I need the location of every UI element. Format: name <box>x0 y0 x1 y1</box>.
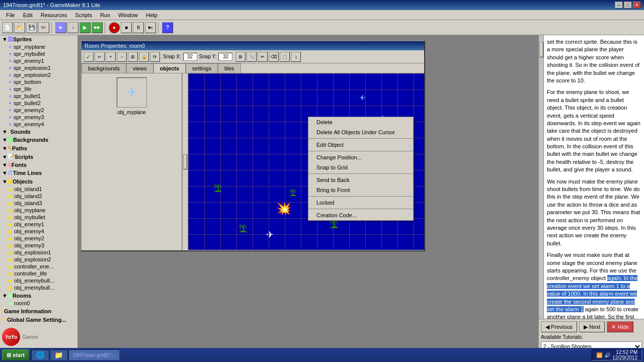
menu-window[interactable]: Window <box>114 11 142 19</box>
tree-spr-enemy4[interactable]: ✦spr_enemy4 <box>0 121 77 128</box>
stop-button[interactable]: ■ <box>121 22 132 33</box>
tree-spr-bullet2[interactable]: ✦spr_bullet2 <box>0 100 77 107</box>
minimize-button[interactable]: ─ <box>615 2 623 9</box>
save-button[interactable]: 💾 <box>26 22 37 33</box>
maximize-button[interactable]: □ <box>624 2 632 9</box>
ctx-snap-to-grid[interactable]: Snap to Grid <box>308 162 413 172</box>
tree-spr-enemy2[interactable]: ✦spr_enemy2 <box>0 107 77 114</box>
tree-obj-enemy3[interactable]: ◉obj_enemy3 <box>0 242 77 249</box>
room-scroll-thumb[interactable] <box>183 154 187 169</box>
tree-obj-island3[interactable]: ◉obj_island3 <box>0 200 77 207</box>
record-button[interactable]: ● <box>109 22 120 33</box>
room-select-button[interactable]: ⬚ <box>280 52 290 62</box>
start-button[interactable]: ⊞ start <box>2 349 29 360</box>
tree-fonts-category[interactable]: ▼ A Fonts <box>0 161 77 169</box>
room-ok-button[interactable]: ✓ <box>84 52 94 62</box>
tree-spr-myplane[interactable]: ✦spr_myplane <box>0 43 77 50</box>
tree-obj-mybullet[interactable]: ◉obj_mybullet <box>0 214 77 221</box>
room-zoom-button[interactable]: 🔍 <box>247 52 257 62</box>
tree-room0[interactable]: ▣room0 <box>0 300 77 307</box>
tree-obj-island2[interactable]: ◉obj_island2 <box>0 193 77 200</box>
menu-help[interactable]: Help <box>142 11 162 19</box>
tree-obj-enemy4[interactable]: ◉obj_enemy4 <box>0 228 77 235</box>
open-button[interactable]: 📂 <box>14 22 25 33</box>
tree-spr-explosion2[interactable]: ✦spr_explosion2 <box>0 71 77 78</box>
tree-controller-life[interactable]: ◉controller_life <box>0 270 77 277</box>
tree-obj-explosion2[interactable]: ◉obj_explosion2 <box>0 256 77 263</box>
tree-spr-enemy3[interactable]: ✦spr_enemy3 <box>0 114 77 121</box>
tutorial-scroll-thumb[interactable] <box>539 42 543 57</box>
tree-obj-enemy1[interactable]: ◉obj_enemy1 <box>0 221 77 228</box>
tree-objects-category[interactable]: ▼ ◉ Objects <box>0 177 77 186</box>
tree-obj-myplane[interactable]: ◉obj_myplane <box>0 207 77 214</box>
tree-rooms-category[interactable]: ▼ ▣ Rooms <box>0 291 77 300</box>
room-eraser-button[interactable]: ⌫ <box>269 52 279 62</box>
next-button[interactable]: ▶ Next <box>579 321 605 332</box>
room-add-button[interactable]: + <box>106 52 116 62</box>
tab-views[interactable]: views <box>126 63 153 73</box>
menu-resources[interactable]: Resources <box>37 11 71 19</box>
ctx-creation-code[interactable]: Creation Code... <box>308 210 413 220</box>
room-undo-button[interactable]: ↩ <box>95 52 105 62</box>
snap-x-input[interactable] <box>183 53 197 61</box>
add-sound-button[interactable]: ♪ <box>67 22 78 33</box>
snap-y-input[interactable] <box>218 53 232 61</box>
room-nav-button[interactable]: → <box>117 52 127 62</box>
tree-spr-bullet1[interactable]: ✦spr_bullet1 <box>0 93 77 100</box>
tab-objects[interactable]: objects <box>153 63 186 73</box>
pause-button[interactable]: ⏸ <box>133 22 144 33</box>
hide-button[interactable]: ✕ Hide <box>607 321 633 332</box>
tab-settings[interactable]: settings <box>186 63 218 73</box>
ctx-edit-object[interactable]: Edit Object <box>308 140 413 150</box>
tree-obj-island1[interactable]: ◉obj_island1 <box>0 186 77 193</box>
tree-obj-enemybull2[interactable]: ◉obj_enemybull... <box>0 284 77 291</box>
tutorial-vscroll[interactable] <box>539 35 544 319</box>
ctx-delete[interactable]: Delete <box>308 117 413 127</box>
tree-obj-enemy2[interactable]: ◉obj_enemy2 <box>0 235 77 242</box>
tree-global-settings[interactable]: ⚙ Global Game Setting... <box>0 315 77 324</box>
tree-scripts-category[interactable]: ▼ 📝 Scripts <box>0 152 77 161</box>
ctx-change-position[interactable]: Change Position... <box>308 152 413 162</box>
taskbar-browser[interactable]: 🌐 <box>31 349 49 360</box>
add-sprite-button[interactable]: ▶ <box>55 22 66 33</box>
help-button[interactable]: ? <box>162 22 173 33</box>
tab-tiles[interactable]: tiles <box>218 63 241 73</box>
step-button[interactable]: ▶| <box>145 22 156 33</box>
ctx-send-to-back[interactable]: Send to Back <box>308 175 413 185</box>
room-pencil-button[interactable]: ✏ <box>258 52 268 62</box>
room-move-button[interactable]: ↕ <box>291 52 301 62</box>
tab-backgrounds[interactable]: backgrounds <box>82 63 126 73</box>
ctx-locked[interactable]: Locked <box>308 198 413 208</box>
tree-spr-explosion1[interactable]: ✦spr_explosion1 <box>0 64 77 71</box>
prev-button[interactable]: ◀ Previous <box>541 321 577 332</box>
taskbar-gamemaker[interactable]: 1947noon.gm81*... <box>68 349 120 360</box>
save-as-button[interactable]: S+ <box>38 22 49 33</box>
tree-spr-bottom[interactable]: ✦spr_bottom <box>0 78 77 85</box>
room-grid-toggle[interactable]: ⊞ <box>235 52 246 62</box>
room-lock-button[interactable]: 🔒 <box>139 52 149 62</box>
taskbar-explorer[interactable]: 📁 <box>50 349 67 360</box>
tree-game-info[interactable]: ℹ Game Information <box>0 307 77 315</box>
tree-backgrounds-category[interactable]: ▼ 🖼 Backgrounds <box>0 136 77 144</box>
tree-paths-category[interactable]: ▼ ⤷ Paths <box>0 144 77 152</box>
close-button[interactable]: ✕ <box>633 2 641 9</box>
tree-spr-enemy1[interactable]: ✦spr_enemy1 <box>0 57 77 64</box>
debug-button[interactable]: ▶▶ <box>92 22 103 33</box>
menu-run[interactable]: Run <box>96 11 114 19</box>
tree-sounds-category[interactable]: ▼ ♪ Sounds <box>0 128 77 136</box>
ctx-delete-all[interactable]: Delete All Objects Under Cursor <box>308 127 413 137</box>
tree-sprites-category[interactable]: ▼ 🖼 Sprites <box>0 35 77 43</box>
new-button[interactable]: 📄 <box>2 22 13 33</box>
room-refresh-button[interactable]: ⟳ <box>150 52 160 62</box>
menu-file[interactable]: File <box>2 11 19 19</box>
room-grid-button[interactable]: ⊞ <box>128 52 138 62</box>
menu-edit[interactable]: Edit <box>19 11 37 19</box>
tree-obj-enemybull1[interactable]: ◉obj_enemybull... <box>0 277 77 284</box>
ctx-bring-to-front[interactable]: Bring to Front <box>308 185 413 195</box>
run-button[interactable]: ▶ <box>79 22 91 33</box>
menu-scripts[interactable]: Scripts <box>71 11 96 19</box>
tree-spr-mybullet[interactable]: ✦spr_mybullet <box>0 50 77 57</box>
tree-timelines-category[interactable]: ▼ ⏱ Time Lines <box>0 169 77 177</box>
tree-spr-life[interactable]: ✦spr_life <box>0 85 77 93</box>
tree-obj-explosion1[interactable]: ◉obj_explosion1 <box>0 249 77 256</box>
